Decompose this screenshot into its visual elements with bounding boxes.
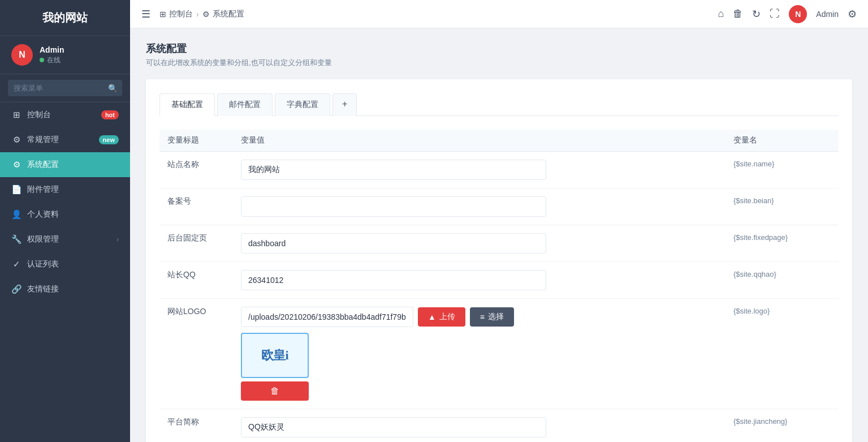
field-varname-fixedpage: {$site.fixedpage} — [726, 225, 839, 262]
field-varname-beian: {$site.beian} — [726, 188, 839, 225]
tab-basic[interactable]: 基础配置 — [159, 93, 215, 116]
field-varname-logo: {$site.logo} — [726, 299, 839, 409]
beian-input[interactable] — [241, 196, 546, 217]
tab-add[interactable]: + — [332, 93, 357, 116]
sidebar-item-label: 常规管理 — [27, 135, 93, 145]
field-varname-qq: {$site.qqhao} — [726, 262, 839, 299]
search-icon: 🔍 — [108, 84, 118, 93]
sysconfig-icon: ⚙ — [202, 10, 210, 19]
status-label: 在线 — [47, 55, 61, 65]
delete-logo-button[interactable]: 🗑 — [241, 381, 309, 401]
field-value-jiancheng — [233, 409, 726, 443]
topbar-avatar[interactable]: N — [789, 5, 807, 23]
sidebar-item-links[interactable]: 🔗 友情链接 — [0, 277, 130, 302]
avatar: N — [11, 44, 33, 66]
qq-input[interactable] — [241, 270, 546, 290]
col-header-label: 变量标题 — [159, 130, 233, 152]
field-value-beian — [233, 188, 726, 225]
select-button[interactable]: ≡ 选择 — [470, 307, 514, 327]
field-label-jiancheng: 平台简称 — [159, 409, 233, 443]
permissions-icon: 🔧 — [11, 234, 21, 244]
breadcrumb: ⊞ 控制台 › ⚙ 系统配置 — [159, 9, 714, 19]
sidebar: 我的网站 N Admin 在线 🔍 ⊞ 控制台 hot ⚙ 常规管理 new — [0, 0, 130, 442]
sidebar-item-permissions[interactable]: 🔧 权限管理 › — [0, 227, 130, 252]
breadcrumb-label: 系统配置 — [213, 9, 244, 19]
search-input[interactable] — [8, 80, 122, 96]
config-form-table: 变量标题 变量值 变量名 站点名称 {$site.name} — [159, 130, 839, 442]
logo-preview-wrap: 欧皇i 🗑 — [241, 333, 309, 401]
field-label-logo: 网站LOGO — [159, 299, 233, 409]
page-desc: 可以在此增改系统的变量和分组,也可以自定义分组和变量 — [146, 58, 852, 68]
field-label-sitename: 站点名称 — [159, 152, 233, 188]
topbar-username: Admin — [816, 10, 839, 19]
sidebar-item-label: 认证列表 — [27, 259, 119, 269]
field-value-sitename — [233, 152, 726, 188]
table-row: 网站LOGO ▲ 上传 ≡ 选择 — [159, 299, 839, 409]
sidebar-item-profile[interactable]: 👤 个人资料 — [0, 202, 130, 227]
sidebar-logo: 我的网站 — [0, 0, 130, 36]
sidebar-item-general[interactable]: ⚙ 常规管理 new — [0, 127, 130, 152]
field-label-beian: 备案号 — [159, 188, 233, 225]
upload-button[interactable]: ▲ 上传 — [418, 307, 465, 327]
content-area: 系统配置 可以在此增改系统的变量和分组,也可以自定义分组和变量 基础配置 邮件配… — [130, 28, 868, 442]
sitename-input[interactable] — [241, 160, 546, 180]
field-varname-sitename: {$site.name} — [726, 152, 839, 188]
tab-dict[interactable]: 字典配置 — [275, 93, 330, 116]
status-dot — [40, 58, 44, 62]
table-row: 后台固定页 {$site.fixedpage} — [159, 225, 839, 262]
topbar: ☰ ⊞ 控制台 › ⚙ 系统配置 ⌂ 🗑 ↻ ⛶ N Admin ⚙ — [130, 0, 868, 28]
table-row: 备案号 {$site.beian} — [159, 188, 839, 225]
sidebar-item-label: 权限管理 — [27, 234, 111, 244]
table-row: 平台简称 {$site.jiancheng} — [159, 409, 839, 443]
sidebar-item-sysconfig[interactable]: ⚙ 系统配置 — [0, 152, 130, 177]
auth-icon: ✓ — [11, 259, 21, 269]
sidebar-user-panel: N Admin 在线 — [0, 36, 130, 74]
menu-toggle-icon[interactable]: ☰ — [141, 8, 150, 20]
search-area: 🔍 — [0, 74, 130, 102]
site-title: 我的网站 — [42, 11, 88, 24]
sidebar-item-attachment[interactable]: 📄 附件管理 — [0, 177, 130, 202]
sidebar-item-auth[interactable]: ✓ 认证列表 — [0, 252, 130, 277]
user-settings-icon[interactable]: ⚙ — [848, 8, 857, 20]
sidebar-item-label: 系统配置 — [27, 160, 119, 170]
fullscreen-icon[interactable]: ⛶ — [770, 8, 780, 20]
col-header-varname: 变量名 — [726, 130, 839, 152]
sidebar-item-label: 附件管理 — [27, 184, 119, 195]
field-varname-jiancheng: {$site.jiancheng} — [726, 409, 839, 443]
logo-preview: 欧皇i — [241, 333, 309, 378]
field-value-fixedpage — [233, 225, 726, 262]
jiancheng-input[interactable] — [241, 417, 546, 437]
breadcrumb-separator: › — [196, 10, 199, 19]
links-icon: 🔗 — [11, 284, 21, 294]
sidebar-item-label: 个人资料 — [27, 209, 119, 220]
general-icon: ⚙ — [11, 135, 21, 145]
sidebar-item-label: 友情链接 — [27, 284, 119, 294]
sidebar-nav: ⊞ 控制台 hot ⚙ 常规管理 new ⚙ 系统配置 📄 附件管理 👤 个人资… — [0, 102, 130, 442]
table-row: 站点名称 {$site.name} — [159, 152, 839, 188]
breadcrumb-dashboard[interactable]: ⊞ 控制台 — [159, 9, 193, 19]
refresh-icon[interactable]: ↻ — [752, 8, 761, 20]
select-icon: ≡ — [480, 312, 485, 321]
dashboard-icon: ⊞ — [159, 10, 166, 19]
breadcrumb-sysconfig[interactable]: ⚙ 系统配置 — [202, 9, 244, 19]
chevron-right-icon: › — [116, 235, 119, 243]
field-value-logo: ▲ 上传 ≡ 选择 欧皇i — [233, 299, 726, 409]
logo-path-input[interactable] — [241, 307, 413, 327]
attachment-icon: 📄 — [11, 184, 21, 195]
home-icon[interactable]: ⌂ — [718, 8, 724, 20]
config-card: 基础配置 邮件配置 字典配置 + 变量标题 变量值 变量名 站点名称 — [146, 79, 852, 442]
hot-badge: hot — [101, 110, 119, 119]
profile-icon: 👤 — [11, 209, 21, 220]
dashboard-icon: ⊞ — [11, 110, 21, 120]
main-area: ☰ ⊞ 控制台 › ⚙ 系统配置 ⌂ 🗑 ↻ ⛶ N Admin ⚙ 系统配置 — [130, 0, 868, 442]
trash-icon[interactable]: 🗑 — [733, 8, 743, 20]
table-row: 站长QQ {$site.qqhao} — [159, 262, 839, 299]
sidebar-item-label: 控制台 — [27, 110, 96, 120]
tab-email[interactable]: 邮件配置 — [217, 93, 273, 116]
sidebar-item-dashboard[interactable]: ⊞ 控制台 hot — [0, 102, 130, 127]
upload-label: 上传 — [439, 312, 455, 322]
upload-icon: ▲ — [428, 312, 436, 321]
breadcrumb-label: 控制台 — [169, 9, 193, 19]
field-label-qq: 站长QQ — [159, 262, 233, 299]
fixedpage-input[interactable] — [241, 233, 546, 254]
